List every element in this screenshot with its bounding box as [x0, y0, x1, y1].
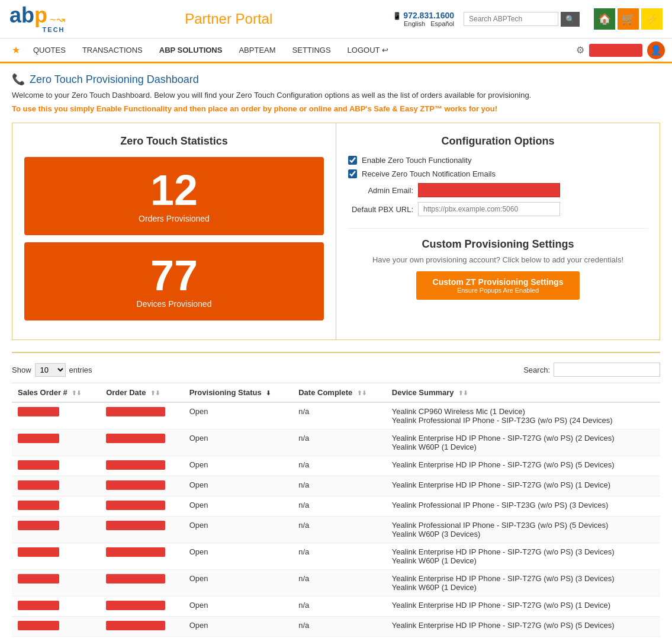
device-summary-cell: Yealink Enterprise HD IP Phone - SIP-T27…	[386, 597, 660, 617]
admin-email-input[interactable]	[418, 183, 560, 197]
nav-logout[interactable]: LOGOUT ↩	[339, 39, 397, 62]
devices-stat-box: 77 Devices Provisioned	[24, 242, 324, 320]
logo: abp ~↝ TECH	[9, 5, 65, 33]
divider	[12, 352, 660, 353]
bolt-button[interactable]: ⚡	[641, 8, 663, 30]
date-complete-cell: n/a	[292, 456, 386, 476]
order-date-cell	[100, 617, 183, 637]
orders-stat-box: 12 Orders Provisioned	[24, 157, 324, 235]
col-provisioning-status-label: Provisioning Status	[189, 388, 262, 397]
nav-settings[interactable]: SETTINGS	[284, 39, 339, 62]
logo-signal-icon: ~↝	[50, 13, 65, 26]
order-date-cell	[100, 517, 183, 543]
col-order-date[interactable]: Order Date ⬆⬇	[100, 383, 183, 403]
nav-transactions[interactable]: TRANSACTIONS	[74, 39, 151, 62]
order-date-cell	[100, 402, 183, 429]
promo-text: To use this you simply Enable Functional…	[12, 104, 660, 113]
device-summary-cell: Yealink Enterprise HD IP Phone - SIP-T27…	[386, 543, 660, 570]
order-date-value	[106, 480, 165, 490]
col-sales-order-label: Sales Order #	[18, 388, 67, 397]
top-header: abp ~↝ TECH Partner Portal 📱 972.831.160…	[0, 0, 672, 39]
avatar[interactable]: 👤	[647, 41, 665, 59]
provisioning-status-cell: Open	[184, 597, 293, 617]
table-row: Openn/aYealink Enterprise HD IP Phone - …	[12, 429, 660, 456]
date-complete-cell: n/a	[292, 517, 386, 543]
date-complete-cell: n/a	[292, 617, 386, 637]
date-complete-cell: n/a	[292, 570, 386, 597]
col-provisioning-status[interactable]: Provisioning Status ⬇	[184, 383, 293, 403]
table-row: Openn/aYealink Enterprise HD IP Phone - …	[12, 570, 660, 597]
show-entries: Show 10 25 50 100 entries	[12, 363, 92, 377]
provisioning-status-cell: Open	[184, 570, 293, 597]
sales-order-value	[18, 601, 59, 610]
entries-select[interactable]: 10 25 50 100	[35, 363, 66, 377]
sales-order-cell	[12, 402, 100, 429]
search-button[interactable]: 🔍	[561, 12, 580, 27]
table-row: Openn/aYealink Enterprise HD IP Phone - …	[12, 543, 660, 570]
notification-emails-checkbox[interactable]	[348, 169, 357, 178]
orders-label: Orders Provisioned	[36, 214, 312, 223]
enable-zero-touch-label: Enable Zero Touch Functionality	[362, 156, 471, 165]
sales-order-cell	[12, 476, 100, 496]
col-date-complete-label: Date Complete	[298, 388, 352, 397]
show-label: Show	[12, 366, 31, 374]
notification-emails-label: Receive Zero Touch Notification Emails	[362, 169, 496, 178]
sort-arrows-device-summary: ⬆⬇	[458, 390, 468, 396]
pbx-url-label: Default PBX URL:	[348, 205, 413, 214]
col-sales-order[interactable]: Sales Order # ⬆⬇	[12, 383, 100, 403]
date-complete-cell: n/a	[292, 429, 386, 456]
lang-en[interactable]: English	[404, 20, 425, 27]
table-search-input[interactable]	[554, 363, 660, 377]
table-search: Search:	[523, 363, 660, 377]
custom-prov-button-sub: Ensure Popups Are Enabled	[433, 287, 564, 294]
order-date-cell	[100, 429, 183, 456]
col-device-summary[interactable]: Device Summary ⬆⬇	[386, 383, 660, 403]
nav-abp-solutions[interactable]: ABP SOLUTIONS	[151, 39, 231, 63]
home-button[interactable]: 🏠	[594, 8, 615, 30]
admin-email-field: Admin Email:	[348, 183, 648, 197]
sales-order-value	[18, 501, 59, 510]
sort-arrows-prov-status: ⬇	[266, 390, 271, 396]
gear-icon[interactable]: ⚙	[576, 44, 584, 56]
sales-order-cell	[12, 543, 100, 570]
sales-order-cell	[12, 496, 100, 517]
provisioning-status-cell: Open	[184, 429, 293, 456]
sales-order-value	[18, 460, 59, 470]
sales-order-value	[18, 407, 59, 416]
search-input[interactable]	[464, 12, 558, 26]
lang-es[interactable]: Español	[430, 20, 454, 27]
nav-abpteam[interactable]: ABPTEAM	[230, 39, 284, 62]
order-date-value	[106, 501, 165, 510]
logo-tech-text: TECH	[43, 26, 65, 33]
device-summary-cell: Yealink Enterprise HD IP Phone - SIP-T27…	[386, 456, 660, 476]
sort-arrows-sales-order: ⬆⬇	[72, 390, 81, 396]
page-title: Zero Touch Provisioning Dashboard	[30, 73, 199, 86]
stats-left: Zero Touch Statistics 12 Orders Provisio…	[12, 123, 336, 339]
col-date-complete[interactable]: Date Complete ⬆⬇	[292, 383, 386, 403]
phone-icon: 📱	[393, 12, 401, 20]
table-body: Openn/aYealink CP960 Wireless Mic (1 Dev…	[12, 402, 660, 637]
config-option-1: Enable Zero Touch Functionality	[348, 156, 648, 165]
date-complete-cell: n/a	[292, 597, 386, 617]
entries-label: entries	[69, 366, 92, 374]
order-date-value	[106, 407, 165, 416]
table-header: Sales Order # ⬆⬇ Order Date ⬆⬇ Provision…	[12, 383, 660, 403]
custom-prov-button[interactable]: Custom ZT Provisioning Settings Ensure P…	[416, 271, 580, 300]
table-controls: Show 10 25 50 100 entries Search:	[12, 363, 660, 377]
custom-provisioning: Custom Provisioning Settings Have your o…	[348, 228, 648, 300]
orders-count: 12	[36, 169, 312, 211]
page-content: 📞 Zero Touch Provisioning Dashboard Welc…	[0, 63, 672, 638]
config-option-2: Receive Zero Touch Notification Emails	[348, 169, 648, 178]
enable-zero-touch-checkbox[interactable]	[348, 156, 357, 165]
provisioning-status-cell: Open	[184, 543, 293, 570]
cart-button[interactable]: 🛒	[618, 8, 639, 30]
date-complete-cell: n/a	[292, 496, 386, 517]
date-complete-cell: n/a	[292, 543, 386, 570]
provisioning-status-cell: Open	[184, 402, 293, 429]
user-button[interactable]	[589, 44, 642, 57]
nav-quotes[interactable]: QUOTES	[25, 39, 74, 62]
admin-email-label: Admin Email:	[348, 186, 413, 195]
pbx-url-input[interactable]	[418, 202, 560, 216]
search-area: 🔍	[464, 12, 580, 27]
order-date-value	[106, 460, 165, 470]
